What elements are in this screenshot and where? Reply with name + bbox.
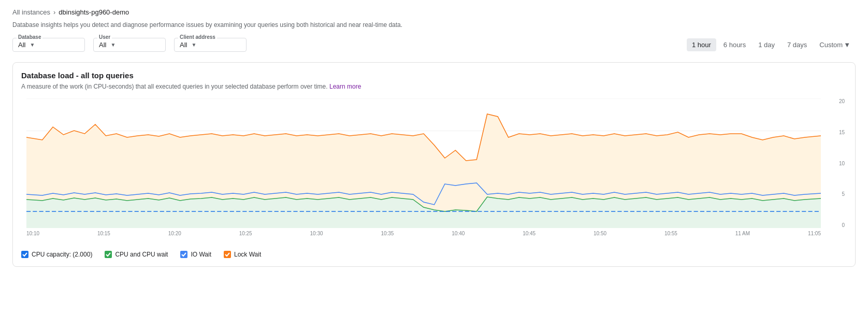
filters-row: Database All ▼ User All ▼ Client address… [12, 38, 856, 52]
database-filter-group: Database All ▼ [12, 38, 85, 52]
learn-more-link[interactable]: Learn more [329, 83, 361, 90]
legend-label-cpu-wait: CPU and CPU wait [115, 251, 168, 258]
page-container: All instances › dbinsights-pg960-demo Da… [0, 0, 868, 275]
user-filter-value: All [99, 41, 106, 49]
breadcrumb-current: dbinsights-pg960-demo [59, 8, 129, 16]
x-label-1105: 11:05 [808, 231, 821, 236]
legend-checkbox-io-wait [180, 251, 187, 258]
chart-desc-text: A measure of the work (in CPU-seconds) t… [21, 83, 328, 90]
client-address-filter-value: All [180, 41, 187, 49]
chart-description: A measure of the work (in CPU-seconds) t… [21, 83, 847, 90]
database-filter[interactable]: All ▼ [12, 38, 85, 52]
client-address-filter-group: Client address All ▼ [174, 38, 247, 52]
client-address-filter[interactable]: All ▼ [174, 38, 247, 52]
y-axis: 20 15 10 5 0 [823, 98, 847, 228]
legend-checkbox-lock-wait [224, 251, 231, 258]
x-label-1035: 10:35 [381, 231, 394, 236]
x-label-1045: 10:45 [523, 231, 536, 236]
x-label-1050: 10:50 [594, 231, 606, 236]
legend-item-io-wait[interactable]: IO Wait [180, 251, 211, 258]
time-btn-7days[interactable]: 7 days [782, 38, 812, 51]
time-btn-1hour[interactable]: 1 hour [687, 38, 716, 51]
y-label-10: 10 [839, 161, 845, 166]
user-filter-group: User All ▼ [93, 38, 166, 52]
client-address-chevron-icon: ▼ [191, 42, 196, 48]
x-label-1025: 10:25 [239, 231, 252, 236]
user-chevron-icon: ▼ [110, 42, 115, 48]
breadcrumb-parent[interactable]: All instances [12, 8, 50, 16]
chart-svg-area [26, 98, 821, 228]
time-btn-custom[interactable]: Custom ▼ [814, 38, 856, 51]
y-label-15: 15 [839, 130, 845, 135]
custom-chevron-icon: ▼ [844, 41, 850, 49]
legend-checkbox-cpu-wait [105, 251, 112, 258]
user-filter[interactable]: All ▼ [93, 38, 166, 52]
database-filter-label: Database [17, 34, 42, 40]
x-label-1055: 10:55 [664, 231, 677, 236]
legend-label-cpu-capacity: CPU capacity: (2.000) [32, 251, 92, 258]
x-label-1015: 10:15 [97, 231, 110, 236]
database-filter-value: All [18, 41, 25, 49]
y-label-0: 0 [842, 222, 845, 228]
legend-label-io-wait: IO Wait [191, 251, 211, 258]
time-btn-1day[interactable]: 1 day [753, 38, 780, 51]
time-btn-6hours[interactable]: 6 hours [718, 38, 751, 51]
chart-legend: CPU capacity: (2.000) CPU and CPU wait I… [21, 251, 847, 258]
chart-svg [26, 98, 821, 228]
legend-item-cpu-wait[interactable]: CPU and CPU wait [105, 251, 168, 258]
user-filter-label: User [97, 34, 112, 40]
x-label-1010: 10:10 [26, 231, 39, 236]
x-label-1040: 10:40 [452, 231, 465, 236]
time-controls: 1 hour 6 hours 1 day 7 days Custom ▼ [687, 38, 856, 51]
database-chevron-icon: ▼ [30, 42, 35, 48]
legend-item-cpu-capacity[interactable]: CPU capacity: (2.000) [21, 251, 92, 258]
custom-label: Custom [819, 41, 843, 49]
client-address-filter-label: Client address [178, 34, 217, 40]
chart-title: Database load - all top queries [21, 71, 847, 80]
y-label-5: 5 [842, 191, 845, 197]
legend-checkbox-cpu-capacity [21, 251, 28, 258]
legend-item-lock-wait[interactable]: Lock Wait [224, 251, 261, 258]
y-label-20: 20 [839, 98, 845, 104]
x-axis: 10:10 10:15 10:20 10:25 10:30 10:35 10:4… [26, 231, 821, 244]
chart-section: Database load - all top queries A measur… [12, 62, 856, 267]
page-subtitle: Database insights helps you detect and d… [12, 21, 856, 29]
breadcrumb-sep: › [53, 8, 55, 16]
legend-label-lock-wait: Lock Wait [234, 251, 261, 258]
x-label-1020: 10:20 [168, 231, 181, 236]
x-label-11am: 11 AM [735, 231, 750, 236]
x-label-1030: 10:30 [310, 231, 323, 236]
chart-container: 20 15 10 5 0 10:10 10:15 10:20 10:25 10:… [21, 98, 847, 244]
breadcrumb: All instances › dbinsights-pg960-demo [12, 8, 856, 16]
